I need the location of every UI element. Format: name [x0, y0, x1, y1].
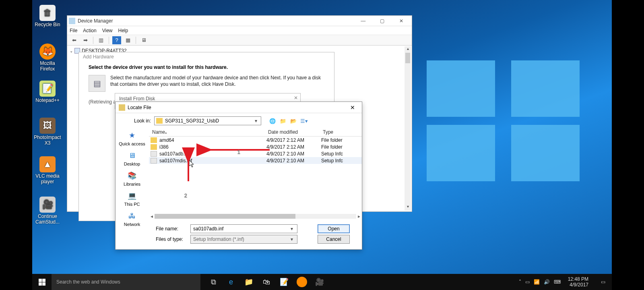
filename-input[interactable]: sa0107adb.inf▾ — [190, 224, 297, 233]
go-back-button[interactable]: 🌐 — [268, 117, 277, 125]
close-button[interactable]: ✕ — [392, 16, 410, 26]
titlebar[interactable]: Device Manager — ▢ ✕ — [67, 16, 412, 26]
chevron-down-icon[interactable]: ▾ — [289, 226, 295, 232]
open-button[interactable]: Open — [318, 224, 350, 233]
filter-combo: Setup Information (*.inf)▾ — [190, 235, 297, 244]
taskbar-store[interactable]: 🛍 — [259, 275, 274, 289]
network-icon: 🖧 — [125, 211, 139, 221]
system-tray: ˄ ▭ 📶 🔊 ⌨ 12:48 PM 4/9/2017 ▭ — [519, 274, 612, 290]
action-center-button[interactable]: ▭ — [596, 274, 610, 290]
file-row[interactable]: i3864/9/2017 2:12 AMFile folder — [149, 143, 362, 150]
vlc-icon: ▲ — [39, 156, 56, 172]
start-button[interactable] — [32, 274, 52, 290]
scroll-thumb[interactable] — [405, 53, 410, 63]
close-icon[interactable]: ✕ — [294, 95, 298, 101]
file-name: sa0107adb.inf — [159, 151, 266, 157]
menu-help[interactable]: Help — [118, 28, 128, 33]
lookin-value: SGP311_SGP312_UsbD — [165, 118, 253, 124]
view-menu-button[interactable]: ☰▾ — [300, 117, 308, 125]
devmgr-icon — [69, 18, 75, 24]
taskbar-camstudio[interactable]: 🎥 — [312, 275, 327, 289]
scrollbar-vertical[interactable]: ▴ ▾ — [405, 46, 411, 211]
help-button[interactable]: ? — [112, 36, 121, 44]
menu-action[interactable]: Action — [83, 28, 96, 33]
place-libraries[interactable]: 📚Libraries — [116, 170, 149, 186]
scroll-down-icon[interactable]: ▾ — [405, 204, 411, 211]
wizard-heading: Select the device driver you want to ins… — [79, 62, 334, 73]
tray-chevron-up-icon[interactable]: ˄ — [519, 279, 521, 285]
taskbar-notepadpp[interactable]: 📝 — [277, 275, 291, 289]
desktop-icon-photoimpact[interactable]: 🖼PhotoImpact X3 — [34, 118, 61, 146]
search-box[interactable]: Search the web and Windows — [52, 274, 200, 290]
taskbar-edge[interactable]: e — [224, 275, 238, 289]
titlebar[interactable]: Locate File ✕ — [116, 102, 362, 113]
camstudio-icon: 🎥 — [39, 197, 56, 213]
locate-file-dialog: Locate File ✕ Look in: SGP311_SGP312_Usb… — [115, 102, 362, 250]
menu-view[interactable]: View — [102, 28, 113, 33]
icon-label: Continue CamStud... — [35, 213, 60, 225]
desktop-icon-camstudio[interactable]: 🎥Continue CamStud... — [34, 197, 61, 225]
place-network[interactable]: 🖧Network — [116, 211, 149, 227]
taskbar: Search the web and Windows ⧉ e 📁 🛍 📝 🎥 ˄… — [32, 274, 612, 290]
properties-button[interactable]: ▦ — [124, 36, 132, 44]
tray-battery-icon[interactable]: ▭ — [525, 279, 530, 285]
forward-button[interactable]: ➡ — [81, 36, 90, 44]
file-date: 4/9/2017 2:10 AM — [266, 158, 321, 164]
tray-volume-icon[interactable]: 🔊 — [544, 279, 550, 285]
file-row[interactable]: amd644/9/2017 2:12 AMFile folder — [149, 137, 362, 143]
taskbar-firefox[interactable] — [295, 275, 309, 289]
dialog-title: Locate File — [128, 105, 347, 110]
desktop-icon-firefox[interactable]: 🦊Mozilla Firefox — [34, 44, 61, 72]
col-type[interactable]: Type — [320, 129, 352, 135]
desktop-icon-recycle-bin[interactable]: 🗑Recycle Bin — [34, 5, 61, 27]
letterbox-left — [0, 0, 32, 290]
place-desktop[interactable]: 🖥Desktop — [116, 150, 149, 166]
file-type: Setup Infc — [321, 151, 353, 157]
up-one-level-button[interactable]: 📁 — [279, 117, 287, 125]
place-this-pc[interactable]: 💻This PC — [116, 191, 149, 207]
maximize-button[interactable]: ▢ — [374, 16, 391, 26]
cancel-button[interactable]: Cancel — [318, 235, 350, 244]
tray-keyboard-icon[interactable]: ⌨ — [554, 279, 561, 285]
scroll-right-icon[interactable]: ▸ — [356, 213, 362, 219]
icon-label: Recycle Bin — [35, 22, 60, 27]
folder-icon — [156, 118, 163, 124]
desktop-icon-notepadpp[interactable]: 📝Notepad++ — [34, 81, 61, 103]
lookin-combo[interactable]: SGP311_SGP312_UsbD ▾ — [154, 116, 261, 125]
file-list[interactable]: Name▴ Date modified Type amd644/9/2017 2… — [149, 128, 362, 222]
notepadpp-icon: 📝 — [39, 81, 56, 97]
minimize-button[interactable]: — — [354, 16, 372, 26]
file-row[interactable]: sa0107adb.inf4/9/2017 2:10 AMSetup Infc — [149, 150, 362, 157]
places-bar: ★Quick access 🖥Desktop 📚Libraries 💻This … — [116, 128, 149, 222]
tray-wifi-icon[interactable]: 📶 — [534, 279, 540, 285]
taskbar-file-explorer[interactable]: 📁 — [242, 275, 256, 289]
column-headers[interactable]: Name▴ Date modified Type — [149, 128, 362, 137]
task-view-button[interactable]: ⧉ — [206, 275, 221, 289]
scan-hardware-button[interactable]: 🖥 — [139, 36, 148, 44]
file-row[interactable]: sa0107rndis.inf4/9/2017 2:10 AMSetup Inf… — [149, 157, 362, 164]
scroll-up-icon[interactable]: ▴ — [405, 46, 411, 53]
scroll-left-icon[interactable]: ◂ — [149, 213, 155, 219]
close-button[interactable]: ✕ — [347, 104, 359, 111]
new-folder-button[interactable]: 📂 — [289, 117, 297, 125]
chip-icon: ▤ — [89, 75, 105, 92]
filename-label: File name: — [156, 226, 186, 232]
icon-label: Mozilla Firefox — [40, 60, 55, 72]
clock-time: 12:48 PM — [568, 276, 588, 282]
file-date: 4/9/2017 2:12 AM — [266, 137, 321, 143]
back-button[interactable]: ⬅ — [70, 36, 78, 44]
col-date[interactable]: Date modified — [265, 129, 320, 135]
desktop-icon: 🖥 — [125, 150, 139, 161]
show-hidden-button[interactable]: ▥ — [97, 36, 105, 44]
icon-label: VLC media player — [35, 173, 59, 184]
desktop-icon-vlc[interactable]: ▲VLC media player — [34, 156, 61, 184]
windows-icon — [39, 279, 45, 286]
scrollbar-horizontal[interactable]: ◂ ▸ — [149, 213, 362, 220]
clock-date: 4/9/2017 — [568, 282, 588, 288]
chevron-down-icon[interactable]: ▾ — [253, 118, 259, 124]
scroll-thumb[interactable] — [155, 214, 295, 219]
taskbar-clock[interactable]: 12:48 PM 4/9/2017 — [565, 276, 592, 288]
menu-file[interactable]: File — [70, 28, 77, 33]
chevron-down-icon: ⌄ — [70, 49, 73, 53]
place-quick-access[interactable]: ★Quick access — [116, 130, 149, 146]
